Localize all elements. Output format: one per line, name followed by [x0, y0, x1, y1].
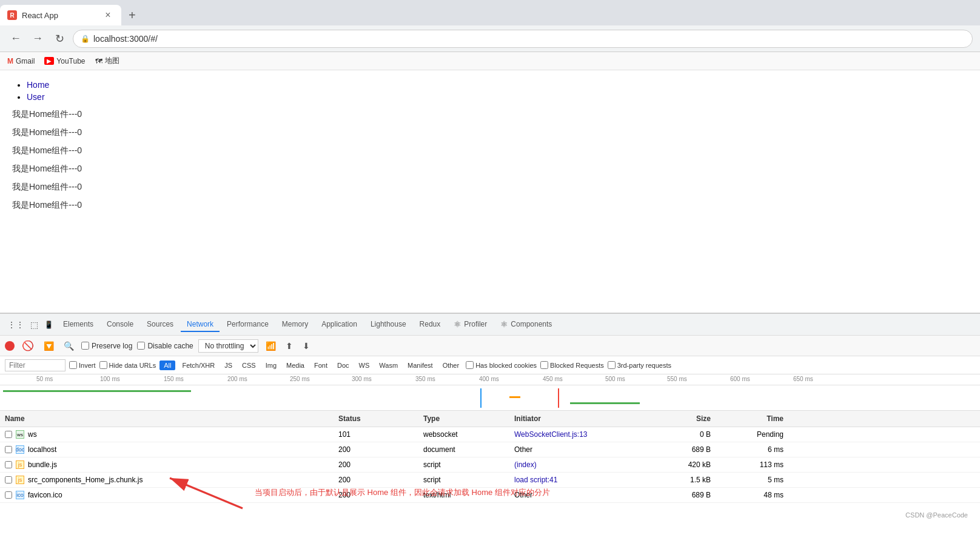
tab-elements[interactable]: Elements	[57, 317, 99, 332]
url-text: localhost:3000/#/	[93, 34, 158, 44]
col-header-initiator: Initiator	[509, 413, 643, 424]
row-time-favicon: 48 ms	[716, 490, 788, 500]
nav-item-user[interactable]: User	[27, 92, 968, 102]
download-icon[interactable]: ⬇	[300, 340, 312, 352]
devtools-inspect-icon[interactable]: ⬚	[28, 317, 41, 332]
gmail-label: Gmail	[16, 57, 35, 65]
row-checkbox[interactable]	[5, 491, 12, 499]
initiator-link-bundle[interactable]: (index)	[514, 460, 537, 469]
nav-link-home[interactable]: Home	[27, 80, 49, 90]
col-header-type: Type	[418, 413, 509, 424]
tab-lighthouse[interactable]: Lighthouse	[364, 317, 412, 332]
filter-input[interactable]	[5, 359, 65, 371]
initiator-link-ws[interactable]: WebSocketClient.js:13	[514, 430, 588, 439]
youtube-label: YouTube	[56, 57, 85, 65]
filter-doc-button[interactable]: Doc	[334, 361, 352, 370]
tab-console[interactable]: Console	[101, 317, 139, 332]
home-text-3: 我是Home组件---0	[12, 145, 968, 156]
table-row[interactable]: doc localhost 200 document Other 689 B 6…	[0, 442, 980, 457]
row-checkbox[interactable]	[5, 431, 12, 438]
tab-performance[interactable]: Performance	[221, 317, 275, 332]
3rd-party-checkbox[interactable]: 3rd-party requests	[608, 361, 671, 369]
row-size-chunk: 1.5 kB	[643, 474, 716, 485]
refresh-button[interactable]: ↻	[51, 30, 68, 47]
nav-list: Home User	[12, 80, 968, 102]
wifi-icon[interactable]: 📶	[263, 340, 278, 352]
tab-network[interactable]: Network	[181, 317, 220, 332]
active-tab[interactable]: R React App ×	[0, 5, 121, 25]
timeline-bar-blue	[480, 388, 482, 408]
youtube-icon: ▶	[44, 57, 54, 65]
bookmark-gmail[interactable]: M Gmail	[7, 57, 35, 65]
tab-memory[interactable]: Memory	[276, 317, 314, 332]
invert-checkbox[interactable]: Invert	[69, 361, 96, 369]
lock-icon: 🔒	[81, 35, 90, 43]
tab-profiler[interactable]: ⚛ Profiler	[448, 317, 493, 333]
home-text-2: 我是Home组件---0	[12, 127, 968, 138]
row-size-favicon: 689 B	[643, 490, 716, 500]
filter-js-button[interactable]: JS	[221, 361, 235, 370]
filter-manifest-button[interactable]: Manifest	[404, 361, 436, 370]
col-header-status: Status	[334, 413, 418, 424]
js-icon: js	[16, 460, 24, 469]
timeline-bar-green2	[570, 402, 640, 404]
filter-img-button[interactable]: Img	[263, 361, 280, 370]
filter-wasm-button[interactable]: Wasm	[376, 361, 401, 370]
search-icon[interactable]: 🔍	[61, 339, 76, 353]
url-bar[interactable]: 🔒 localhost:3000/#/	[73, 30, 973, 48]
filter-css-button[interactable]: CSS	[239, 361, 259, 370]
back-button[interactable]: ←	[7, 30, 24, 47]
row-time-localhost: 6 ms	[716, 444, 788, 455]
table-row[interactable]: ws ws 101 websocket WebSocketClient.js:1…	[0, 427, 980, 442]
row-checkbox[interactable]	[5, 446, 12, 453]
blocked-requests-checkbox[interactable]: Blocked Requests	[540, 361, 604, 369]
row-type-ws: websocket	[418, 429, 509, 440]
has-blocked-cookies-checkbox[interactable]: Has blocked cookies	[466, 361, 537, 369]
nav-link-user[interactable]: User	[27, 92, 45, 102]
filter-other-button[interactable]: Other	[440, 361, 463, 370]
initiator-link-chunk[interactable]: load script:41	[514, 476, 557, 484]
tab-components[interactable]: ⚛ Components	[494, 317, 558, 333]
devtools-device-icon[interactable]: 📱	[42, 318, 56, 331]
filter-ws-button[interactable]: WS	[356, 361, 373, 370]
row-initiator-bundle: (index)	[509, 459, 643, 470]
row-checkbox[interactable]	[5, 476, 12, 483]
preserve-log-checkbox[interactable]: Preserve log	[81, 342, 132, 350]
js-chunk-icon: js	[16, 476, 24, 484]
filter-fetch-button[interactable]: Fetch/XHR	[179, 361, 218, 370]
filter-icon[interactable]: 🔽	[41, 339, 56, 353]
tab-close-button[interactable]: ×	[102, 9, 114, 21]
disable-cache-checkbox[interactable]: Disable cache	[137, 342, 193, 350]
annotation-text: 当项目启动后，由于默认是展示 Home 组件，因此会请求加载 Home 组件对应…	[255, 487, 550, 498]
row-type-localhost: document	[418, 444, 509, 455]
tab-redux[interactable]: Redux	[414, 317, 447, 332]
bookmark-youtube[interactable]: ▶ YouTube	[44, 57, 85, 65]
clear-button[interactable]: 🚫	[19, 337, 36, 354]
watermark: CSDN @PeaceCode	[905, 511, 968, 519]
tab-sources[interactable]: Sources	[141, 317, 180, 332]
nav-item-home[interactable]: Home	[27, 80, 968, 90]
bookmark-maps[interactable]: 🗺 地图	[95, 56, 119, 66]
row-checkbox[interactable]	[5, 461, 12, 468]
filter-all-button[interactable]: All	[159, 361, 175, 370]
row-status-localhost: 200	[334, 444, 418, 455]
doc-icon: doc	[16, 445, 24, 454]
forward-button[interactable]: →	[29, 30, 46, 47]
col-header-name: Name	[0, 413, 334, 424]
filter-media-button[interactable]: Media	[283, 361, 307, 370]
row-type-bundle: script	[418, 459, 509, 470]
filter-font-button[interactable]: Font	[311, 361, 331, 370]
tab-application[interactable]: Application	[315, 317, 363, 332]
throttle-select[interactable]: No throttling	[198, 339, 258, 353]
page-content: Home User 我是Home组件---0 我是Home组件---0 我是Ho…	[0, 70, 980, 313]
row-status-ws: 101	[334, 429, 418, 440]
row-size-bundle: 420 kB	[643, 459, 716, 470]
timeline-bar-orange	[509, 396, 520, 398]
devtools-menu-icon[interactable]: ⋮⋮	[5, 317, 27, 332]
upload-icon[interactable]: ⬆	[283, 340, 295, 352]
row-size-ws: 0 B	[643, 429, 716, 440]
hide-data-urls-checkbox[interactable]: Hide data URLs	[99, 361, 156, 369]
new-tab-button[interactable]: +	[124, 6, 141, 25]
record-button[interactable]	[5, 341, 15, 351]
timeline-scale: 50 ms 100 ms 150 ms 200 ms 250 ms 300 ms…	[0, 374, 980, 385]
